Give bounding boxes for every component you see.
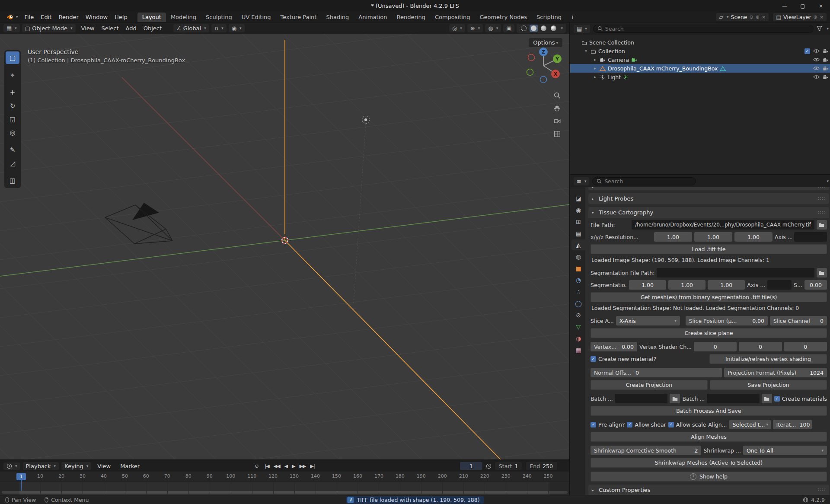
- shading-solid-button[interactable]: [530, 25, 538, 32]
- menu-file[interactable]: File: [21, 13, 38, 21]
- resolution-z-field[interactable]: 1.00: [734, 232, 773, 242]
- file-path-input[interactable]: /home/bruno/Dropbox/Events/20...phy/Dros…: [632, 220, 814, 230]
- light-object[interactable]: [362, 116, 370, 124]
- gizmo-neg-x-axis[interactable]: [528, 54, 535, 61]
- viewport-menu-select[interactable]: Select: [98, 24, 122, 32]
- slice-position-field[interactable]: Slice Position (µ...0.00: [686, 316, 768, 325]
- properties-tab-material[interactable]: ◑: [571, 333, 585, 344]
- disclosure-closed-icon[interactable]: ▸: [593, 66, 597, 70]
- tool-measure[interactable]: ◿: [6, 157, 19, 169]
- s-value-field[interactable]: 0.00: [804, 280, 827, 290]
- batch-output-path[interactable]: [707, 394, 760, 403]
- show-help-button[interactable]: ?Show help: [591, 472, 827, 482]
- viewport-menu-object[interactable]: Object: [140, 24, 165, 32]
- workspace-tab-modeling[interactable]: Modeling: [166, 13, 201, 22]
- slice-axis-dropdown[interactable]: X-Axis▾: [616, 316, 680, 325]
- disclosure-open-icon[interactable]: ▾: [584, 49, 588, 53]
- tool-move[interactable]: +: [6, 86, 19, 99]
- allow-scale-checkbox[interactable]: ✓Allow scale: [668, 421, 706, 428]
- playhead-line[interactable]: [21, 479, 22, 491]
- batch-input-path[interactable]: [615, 394, 668, 403]
- maximize-button[interactable]: ▢: [794, 0, 812, 12]
- timeline-editor-type-button[interactable]: ▾: [3, 463, 20, 470]
- properties-editor-type-button[interactable]: ≡▾: [574, 177, 589, 185]
- outliner-row-camera[interactable]: ▸Camera: [570, 55, 830, 64]
- resolution-x-field[interactable]: 1.00: [654, 232, 692, 242]
- properties-tab-world[interactable]: ◍: [571, 251, 585, 262]
- tool-cursor[interactable]: ⌖: [6, 69, 19, 81]
- workspace-tab-uv-editing[interactable]: UV Editing: [237, 13, 276, 22]
- segmentation-resolution-z-field[interactable]: 1.00: [708, 280, 745, 290]
- pin-icon[interactable]: ⊙: [750, 14, 753, 20]
- zoom-icon[interactable]: [552, 90, 562, 101]
- create-new-material-checkbox[interactable]: ✓Create new material?: [591, 356, 656, 362]
- axis-selector[interactable]: [794, 232, 827, 242]
- orthographic-toggle-icon[interactable]: [552, 129, 562, 139]
- jump-end-button[interactable]: ▶|: [308, 463, 317, 470]
- navigation-gizmo[interactable]: Z Y X: [524, 46, 563, 86]
- properties-tab-scene[interactable]: ◭: [571, 239, 585, 250]
- viewport-menu-add[interactable]: Add: [122, 24, 140, 32]
- outliner-hide-toggle[interactable]: [813, 66, 820, 71]
- properties-tab-view-layer[interactable]: ▤: [571, 228, 585, 239]
- outliner-checkbox[interactable]: ✓: [804, 48, 810, 54]
- workspace-tab-shading[interactable]: Shading: [321, 13, 354, 22]
- batch-output-browse-button[interactable]: [762, 394, 772, 403]
- auto-keying-toggle[interactable]: ⊙: [252, 463, 261, 470]
- menu-edit[interactable]: Edit: [37, 13, 55, 21]
- play-reverse-button[interactable]: ◀: [282, 463, 290, 470]
- slice-channel-field[interactable]: Slice Channel0: [770, 316, 827, 325]
- properties-tab-physics[interactable]: ◯: [571, 298, 585, 309]
- workspace-tab-compositing[interactable]: Compositing: [430, 13, 475, 22]
- disclosure-closed-icon[interactable]: ▸: [593, 57, 597, 62]
- workspace-tab-geometry-nodes[interactable]: Geometry Nodes: [475, 13, 532, 22]
- start-frame-field[interactable]: Start1: [495, 462, 523, 470]
- outliner-hide-toggle[interactable]: [813, 48, 820, 54]
- outliner-hide-toggle[interactable]: [813, 57, 820, 62]
- gizmos-dropdown[interactable]: ⊕▾: [467, 24, 483, 32]
- properties-tab-render[interactable]: ◉: [571, 204, 585, 215]
- tool-transform[interactable]: ◎: [6, 126, 19, 139]
- orientation-selector[interactable]: ∠Global▾: [173, 24, 209, 32]
- tool-tweak-select[interactable]: ▢: [6, 51, 19, 64]
- shrinkwrap-smooth-field[interactable]: Shrinkwrap Corrective Smooth2: [591, 446, 701, 455]
- properties-tab-object[interactable]: ■: [571, 263, 585, 274]
- properties-tab-constraints[interactable]: ⊘: [571, 309, 585, 320]
- timeline-track[interactable]: [0, 482, 569, 495]
- vertex-shader-b-field[interactable]: 0: [784, 342, 827, 351]
- vertex-shader-r-field[interactable]: 0: [694, 342, 737, 351]
- outliner-render-toggle[interactable]: [823, 57, 829, 63]
- properties-tab-tool[interactable]: ◪: [571, 193, 585, 204]
- outliner-search-input[interactable]: Search: [593, 25, 814, 33]
- shrinkwrap-mode-dropdown[interactable]: One-To-All▾: [743, 446, 827, 455]
- segmentation-axis-selector[interactable]: [767, 280, 792, 290]
- selected-object-edge-diagonal[interactable]: [285, 240, 501, 459]
- editor-type-button[interactable]: ▦▾: [3, 24, 20, 32]
- keying-menu[interactable]: Keying▾: [61, 462, 91, 470]
- next-keyframe-button[interactable]: ▶▶: [297, 463, 308, 470]
- panel-tissue-cartography[interactable]: ▾ Tissue Cartography ∷∷: [588, 207, 829, 218]
- load-tiff-button[interactable]: Load .tiff file: [591, 244, 827, 254]
- iterations-field[interactable]: Iterat...100: [773, 420, 812, 429]
- pre-align-checkbox[interactable]: ✓Pre-align?: [591, 421, 625, 428]
- menu-render[interactable]: Render: [55, 13, 82, 21]
- menu-window[interactable]: Window: [82, 13, 111, 21]
- unlink-scene-icon[interactable]: ×: [762, 14, 766, 20]
- xray-toggle[interactable]: ▣: [503, 24, 514, 32]
- allow-shear-checkbox[interactable]: ✓Allow shear: [627, 421, 666, 428]
- vertex-field[interactable]: Vertex...0.00: [591, 342, 637, 351]
- workspace-tab-texture-paint[interactable]: Texture Paint: [276, 13, 322, 22]
- workspace-tab-scripting[interactable]: Scripting: [532, 13, 566, 22]
- properties-tab-particles[interactable]: ∴: [571, 286, 585, 297]
- scene-selector[interactable]: ▱ ▾ Scene ⊙ ⊕ ×: [716, 13, 769, 21]
- initialize-vertex-shading-button[interactable]: Initialize/refresh vertex shading: [709, 354, 827, 364]
- object-visibility-dropdown[interactable]: ◎▾: [449, 24, 465, 32]
- panel-light-probes[interactable]: ▸ Light Probes ∷∷: [588, 193, 829, 204]
- viewlayer-selector[interactable]: ▤ ViewLayer ⊕ ×: [773, 13, 827, 21]
- outliner-row-scene-collection[interactable]: Scene Collection: [570, 38, 830, 47]
- new-scene-icon[interactable]: ⊕: [756, 14, 760, 20]
- viewport-canvas[interactable]: User Perspective (1) Collection | Drosop…: [0, 34, 569, 459]
- file-browse-button[interactable]: [817, 220, 827, 230]
- remove-viewlayer-icon[interactable]: ×: [820, 14, 824, 20]
- timeline-ruler[interactable]: 1 10203040506070809010011012013014015016…: [0, 472, 569, 482]
